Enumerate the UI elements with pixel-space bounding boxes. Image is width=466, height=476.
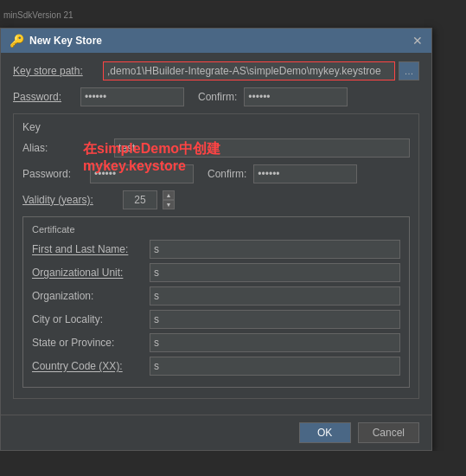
key-password-input[interactable] — [90, 164, 194, 183]
close-button[interactable]: ✕ — [412, 35, 423, 47]
cert-row-4: State or Province: — [32, 333, 400, 352]
cert-label-4: State or Province: — [32, 337, 144, 349]
dialog-footer: OK Cancel — [1, 415, 431, 450]
cert-input-3[interactable] — [150, 310, 400, 329]
cert-label-2: Organization: — [32, 290, 144, 302]
cert-row-2: Organization: — [32, 286, 400, 306]
title-bar: 🔑 New Key Store ✕ — [1, 29, 431, 53]
certificate-title: Certificate — [32, 224, 400, 235]
confirm-input[interactable] — [244, 87, 348, 106]
cert-label-0: First and Last Name: — [32, 243, 144, 255]
password-row: Password: Confirm: — [13, 87, 419, 106]
ok-button[interactable]: OK — [299, 422, 351, 443]
validity-row: Validity (years): ▲ ▼ — [22, 190, 410, 209]
cert-label-1: Organizational Unit: — [32, 267, 144, 279]
validity-label: Validity (years): — [22, 194, 118, 206]
cert-row-1: Organizational Unit: — [32, 263, 400, 282]
key-section: Key 在simpleDemo中创建 mykey.keystore Alias:… — [13, 113, 419, 399]
dialog-title: New Key Store — [29, 35, 102, 47]
cert-input-0[interactable] — [150, 240, 400, 259]
password-input[interactable] — [80, 87, 184, 106]
confirm-label: Confirm: — [198, 91, 237, 103]
cert-input-4[interactable] — [150, 333, 400, 352]
cancel-button[interactable]: Cancel — [358, 422, 419, 443]
keystore-path-row: Key store path: … — [13, 61, 419, 80]
validity-input[interactable] — [123, 190, 157, 209]
spin-down-button[interactable]: ▼ — [163, 200, 175, 209]
password-label: Password: — [13, 91, 73, 103]
cert-row-5: Country Code (XX): — [32, 357, 400, 376]
key-password-row: Password: Confirm: — [22, 164, 410, 183]
key-password-label: Password: — [22, 168, 83, 180]
cert-label-3: City or Locality: — [32, 313, 144, 325]
cert-input-5[interactable] — [150, 357, 400, 376]
bottom-bar — [0, 451, 466, 468]
cert-input-1[interactable] — [150, 263, 400, 282]
top-bar: minSdkVersion 21 — [0, 9, 466, 26]
key-confirm-input[interactable] — [253, 164, 357, 183]
top-bar-text: minSdkVersion 21 — [3, 10, 73, 20]
dialog-body: Key store path: … Password: Confirm: Key… — [1, 53, 431, 415]
keystore-path-input[interactable] — [103, 61, 395, 80]
certificate-section: Certificate First and Last Name: Organiz… — [22, 216, 410, 388]
validity-spinner: ▲ ▼ — [163, 190, 175, 209]
key-section-title: Key — [22, 121, 410, 133]
alias-row: Alias: — [22, 138, 410, 158]
spin-up-button[interactable]: ▲ — [163, 190, 175, 200]
cert-input-2[interactable] — [150, 286, 400, 306]
browse-button[interactable]: … — [399, 61, 419, 80]
alias-label: Alias: — [22, 142, 109, 154]
key-confirm-label: Confirm: — [207, 168, 246, 180]
cert-row-0: First and Last Name: — [32, 240, 400, 259]
new-key-store-dialog: 🔑 New Key Store ✕ Key store path: … Pass… — [0, 28, 432, 451]
dialog-icon: 🔑 — [10, 34, 24, 48]
title-bar-left: 🔑 New Key Store — [10, 34, 102, 48]
cert-row-3: City or Locality: — [32, 310, 400, 329]
cert-label-5: Country Code (XX): — [32, 360, 144, 372]
alias-input[interactable] — [114, 138, 410, 158]
keystore-path-label: Key store path: — [13, 65, 99, 77]
